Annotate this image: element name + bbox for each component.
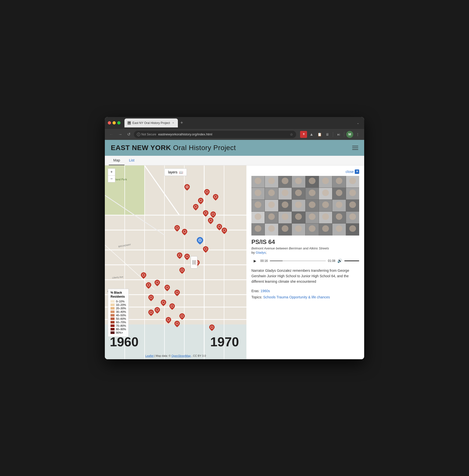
- map-pin[interactable]: [169, 303, 175, 311]
- zoom-in-button[interactable]: +: [108, 168, 115, 175]
- year-label-1970: 1970: [210, 334, 239, 349]
- legend-color-swatch: [111, 307, 115, 310]
- minimize-traffic-light[interactable]: [113, 121, 116, 124]
- legend-label: 90%+: [116, 331, 123, 334]
- yearbook-cell: [332, 176, 346, 188]
- map-pin[interactable]: [166, 317, 171, 324]
- yearbook-photo: [251, 176, 359, 236]
- map-pin[interactable]: [174, 225, 180, 233]
- map-pin[interactable]: [209, 324, 215, 332]
- volume-icon[interactable]: 🔊: [337, 258, 342, 263]
- yearbook-cell: [278, 212, 292, 223]
- yearbook-cell: [306, 176, 319, 188]
- volume-bar[interactable]: [344, 260, 359, 261]
- map-pin[interactable]: [148, 295, 154, 302]
- poi-address: Belmont Avenue between Berriman and Atki…: [251, 246, 359, 250]
- poi-narrator-link[interactable]: Gladys: [256, 251, 266, 254]
- map-container[interactable]: Highland Park: [105, 165, 246, 359]
- map-pin[interactable]: [193, 204, 198, 211]
- media-control-icon[interactable]: ⏯: [335, 131, 342, 138]
- map-pin[interactable]: [174, 290, 180, 297]
- yearbook-cell: [278, 188, 292, 199]
- yearbook-cell: [332, 188, 346, 199]
- map-pin[interactable]: [208, 218, 213, 225]
- close-label: close: [346, 170, 354, 174]
- audio-progress-bar[interactable]: [270, 260, 326, 261]
- extensions-grid-icon[interactable]: ⠿: [300, 131, 307, 138]
- url-bar[interactable]: ! Not Secure eastnewyorkoralhistory.org/…: [134, 131, 296, 138]
- tab-list[interactable]: List: [124, 156, 139, 165]
- map-pin[interactable]: [179, 313, 185, 321]
- leaflet-link[interactable]: Leaflet: [145, 354, 154, 357]
- legend-label: 30–40%: [116, 310, 126, 313]
- close-button[interactable]: close ✕: [346, 169, 359, 174]
- yearbook-cell: [319, 200, 332, 211]
- yearbook-cell: [306, 200, 319, 211]
- map-pin[interactable]: [164, 285, 170, 292]
- map-pin[interactable]: [174, 321, 180, 328]
- map-pin[interactable]: [203, 210, 208, 218]
- map-pin[interactable]: [198, 198, 203, 205]
- cc-label: , CC BY 3.0: [192, 354, 206, 357]
- map-pin[interactable]: [203, 246, 208, 254]
- tab-dropdown-button[interactable]: ⌄: [355, 120, 361, 126]
- map-pin[interactable]: [146, 282, 151, 290]
- legend-item-5: 50–60%: [111, 317, 126, 320]
- map-pin[interactable]: [184, 184, 190, 192]
- map-pin[interactable]: [148, 310, 154, 317]
- profile-icon[interactable]: M: [346, 131, 353, 138]
- not-secure-label: Not Secure: [141, 133, 156, 136]
- eras-link[interactable]: 1960s: [261, 289, 270, 293]
- topic-opportunity-link[interactable]: Opportunity & life chances: [289, 295, 330, 299]
- fullscreen-traffic-light[interactable]: [117, 121, 120, 124]
- map-pin[interactable]: [161, 300, 166, 307]
- osm-link[interactable]: OpenStreetMap: [171, 354, 191, 357]
- poi-description: Narrator Gladys Gonzalez remembers trans…: [251, 268, 359, 284]
- map-pin[interactable]: [179, 267, 185, 275]
- selected-map-pin[interactable]: [197, 237, 203, 245]
- map-pin[interactable]: [177, 252, 182, 260]
- site-header: EAST NEW YORK Oral History Project: [105, 140, 364, 156]
- map-pin[interactable]: [204, 189, 210, 197]
- audio-player: ▶ 00:16 01:08 🔊: [251, 257, 359, 264]
- map-pin[interactable]: [217, 224, 222, 231]
- legend-item-2: 20–30%: [111, 307, 126, 310]
- clipboard-icon[interactable]: 📋: [316, 131, 323, 138]
- map-attribution: Leaflet | Map data: © OpenStreetMap , CC…: [145, 354, 206, 357]
- layers-button[interactable]: layers 📖: [164, 168, 187, 176]
- reload-button[interactable]: ↺: [126, 131, 132, 138]
- map-pin[interactable]: [222, 228, 227, 235]
- browser-tab-active[interactable]: 🗺 East NY Oral History Project ✕: [124, 119, 178, 127]
- tab-close-button[interactable]: ✕: [171, 121, 175, 125]
- legend-color-swatch: [111, 317, 115, 320]
- forward-button[interactable]: →: [117, 131, 124, 138]
- hamburger-menu[interactable]: [352, 146, 358, 150]
- new-tab-button[interactable]: +: [179, 120, 185, 125]
- play-button[interactable]: ▶: [251, 257, 258, 264]
- map-pin[interactable]: [141, 272, 146, 280]
- legend-color-swatch: [111, 331, 115, 334]
- chrome-menu-icon[interactable]: ⋮: [354, 131, 361, 138]
- map-pin[interactable]: [213, 194, 218, 201]
- google-drive-icon[interactable]: ▲: [308, 131, 315, 138]
- map-pin[interactable]: [155, 280, 160, 287]
- map-pin[interactable]: [182, 229, 187, 236]
- yearbook-cell: [251, 212, 265, 223]
- cast-icon[interactable]: 🖥: [324, 131, 331, 138]
- tab-map[interactable]: Map: [109, 156, 124, 165]
- bookmark-icon[interactable]: ☆: [290, 132, 293, 136]
- back-button[interactable]: ←: [108, 131, 115, 138]
- yearbook-cell: [265, 200, 278, 211]
- topic-schools-link[interactable]: Schools: [263, 295, 275, 299]
- yearbook-cell: [292, 176, 305, 188]
- tabs-nav: Map List: [105, 156, 364, 165]
- zoom-out-button[interactable]: −: [108, 175, 115, 182]
- yearbook-cell: [251, 200, 265, 211]
- topic-trauma-link[interactable]: Trauma: [276, 295, 288, 299]
- map-pin[interactable]: [155, 307, 160, 315]
- close-traffic-light[interactable]: [108, 121, 111, 124]
- map-pin[interactable]: [184, 254, 190, 261]
- main-content: Highland Park: [105, 165, 364, 359]
- legend-label: 20–30%: [116, 307, 126, 310]
- map-split-handle[interactable]: [191, 256, 197, 269]
